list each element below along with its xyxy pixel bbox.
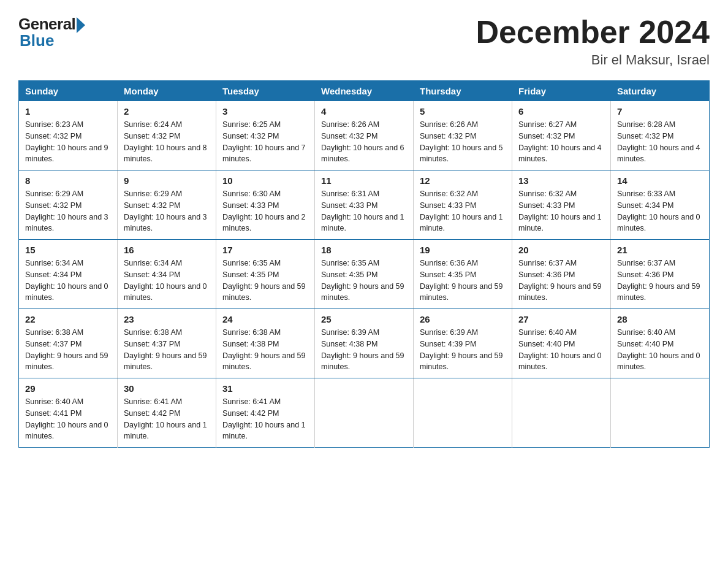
header-monday: Monday xyxy=(118,81,216,102)
daylight-label: Daylight: 9 hours and 59 minutes. xyxy=(518,282,602,302)
day-info: Sunrise: 6:35 AM Sunset: 4:35 PM Dayligh… xyxy=(222,258,308,304)
calendar-cell: 2 Sunrise: 6:24 AM Sunset: 4:32 PM Dayli… xyxy=(118,101,216,170)
day-info: Sunrise: 6:41 AM Sunset: 4:42 PM Dayligh… xyxy=(124,396,210,442)
calendar-cell: 15 Sunrise: 6:34 AM Sunset: 4:34 PM Dayl… xyxy=(19,240,118,309)
day-number: 13 xyxy=(518,175,604,186)
daylight-label: Daylight: 10 hours and 0 minutes. xyxy=(25,421,108,441)
daylight-label: Daylight: 10 hours and 0 minutes. xyxy=(124,282,207,302)
calendar-cell: 1 Sunrise: 6:23 AM Sunset: 4:32 PM Dayli… xyxy=(19,101,118,170)
day-number: 18 xyxy=(321,245,407,255)
calendar-cell: 29 Sunrise: 6:40 AM Sunset: 4:41 PM Dayl… xyxy=(19,378,118,448)
sunrise-label: Sunrise: 6:27 AM xyxy=(518,120,577,129)
sunrise-label: Sunrise: 6:39 AM xyxy=(420,328,478,337)
day-info: Sunrise: 6:38 AM Sunset: 4:37 PM Dayligh… xyxy=(25,327,111,373)
sunset-label: Sunset: 4:33 PM xyxy=(321,201,377,210)
day-info: Sunrise: 6:26 AM Sunset: 4:32 PM Dayligh… xyxy=(321,119,407,165)
calendar-cell: 12 Sunrise: 6:32 AM Sunset: 4:33 PM Dayl… xyxy=(414,170,512,240)
calendar-week-1: 1 Sunrise: 6:23 AM Sunset: 4:32 PM Dayli… xyxy=(19,101,710,170)
sunset-label: Sunset: 4:40 PM xyxy=(617,340,673,348)
sunset-label: Sunset: 4:36 PM xyxy=(518,270,575,279)
day-number: 1 xyxy=(25,106,111,117)
day-number: 22 xyxy=(25,314,111,324)
day-info: Sunrise: 6:40 AM Sunset: 4:41 PM Dayligh… xyxy=(25,396,111,442)
daylight-label: Daylight: 9 hours and 59 minutes. xyxy=(222,282,306,302)
calendar-cell xyxy=(611,378,710,448)
sunset-label: Sunset: 4:35 PM xyxy=(321,270,377,279)
sunset-label: Sunset: 4:35 PM xyxy=(420,270,476,279)
sunset-label: Sunset: 4:39 PM xyxy=(420,340,476,348)
sunrise-label: Sunrise: 6:38 AM xyxy=(25,328,83,337)
day-info: Sunrise: 6:37 AM Sunset: 4:36 PM Dayligh… xyxy=(617,258,703,304)
calendar-cell: 25 Sunrise: 6:39 AM Sunset: 4:38 PM Dayl… xyxy=(315,309,414,378)
daylight-label: Daylight: 10 hours and 9 minutes. xyxy=(25,144,108,164)
calendar-cell: 5 Sunrise: 6:26 AM Sunset: 4:32 PM Dayli… xyxy=(414,101,512,170)
calendar-cell: 24 Sunrise: 6:38 AM Sunset: 4:38 PM Dayl… xyxy=(216,309,315,378)
sunrise-label: Sunrise: 6:36 AM xyxy=(420,259,478,267)
sunset-label: Sunset: 4:32 PM xyxy=(25,132,82,140)
sunset-label: Sunset: 4:41 PM xyxy=(25,409,82,418)
day-info: Sunrise: 6:32 AM Sunset: 4:33 PM Dayligh… xyxy=(420,188,506,234)
sunrise-label: Sunrise: 6:35 AM xyxy=(222,259,281,267)
calendar-cell: 17 Sunrise: 6:35 AM Sunset: 4:35 PM Dayl… xyxy=(216,240,315,309)
sunrise-label: Sunrise: 6:41 AM xyxy=(124,397,182,406)
month-title: December 2024 xyxy=(476,15,710,50)
calendar-cell xyxy=(414,378,512,448)
header-friday: Friday xyxy=(512,81,611,102)
sunrise-label: Sunrise: 6:37 AM xyxy=(617,259,675,267)
daylight-label: Daylight: 9 hours and 59 minutes. xyxy=(420,351,503,372)
calendar-week-5: 29 Sunrise: 6:40 AM Sunset: 4:41 PM Dayl… xyxy=(19,378,710,448)
day-number: 20 xyxy=(518,245,604,255)
sunrise-label: Sunrise: 6:30 AM xyxy=(222,190,281,198)
day-info: Sunrise: 6:38 AM Sunset: 4:38 PM Dayligh… xyxy=(222,327,308,373)
sunrise-label: Sunrise: 6:41 AM xyxy=(222,397,281,406)
calendar-cell: 3 Sunrise: 6:25 AM Sunset: 4:32 PM Dayli… xyxy=(216,101,315,170)
day-info: Sunrise: 6:34 AM Sunset: 4:34 PM Dayligh… xyxy=(124,258,210,304)
calendar-week-4: 22 Sunrise: 6:38 AM Sunset: 4:37 PM Dayl… xyxy=(19,309,710,378)
page-header: General Blue December 2024 Bir el Maksur… xyxy=(18,15,710,68)
day-info: Sunrise: 6:39 AM Sunset: 4:38 PM Dayligh… xyxy=(321,327,407,373)
day-info: Sunrise: 6:35 AM Sunset: 4:35 PM Dayligh… xyxy=(321,258,407,304)
daylight-label: Daylight: 9 hours and 59 minutes. xyxy=(321,282,404,302)
calendar-week-3: 15 Sunrise: 6:34 AM Sunset: 4:34 PM Dayl… xyxy=(19,240,710,309)
sunrise-label: Sunrise: 6:34 AM xyxy=(25,259,83,267)
calendar-cell: 11 Sunrise: 6:31 AM Sunset: 4:33 PM Dayl… xyxy=(315,170,414,240)
sunrise-label: Sunrise: 6:23 AM xyxy=(25,120,83,129)
sunrise-label: Sunrise: 6:28 AM xyxy=(617,120,675,129)
day-number: 8 xyxy=(25,175,111,186)
sunset-label: Sunset: 4:38 PM xyxy=(321,340,377,348)
daylight-label: Daylight: 10 hours and 0 minutes. xyxy=(617,351,700,372)
daylight-label: Daylight: 10 hours and 1 minute. xyxy=(420,213,503,233)
day-number: 5 xyxy=(420,106,506,117)
calendar-cell xyxy=(315,378,414,448)
day-number: 4 xyxy=(321,106,407,117)
calendar-cell: 6 Sunrise: 6:27 AM Sunset: 4:32 PM Dayli… xyxy=(512,101,611,170)
day-info: Sunrise: 6:24 AM Sunset: 4:32 PM Dayligh… xyxy=(124,119,210,165)
day-number: 7 xyxy=(617,106,703,117)
day-number: 9 xyxy=(124,175,210,186)
sunset-label: Sunset: 4:40 PM xyxy=(518,340,575,348)
header-thursday: Thursday xyxy=(414,81,512,102)
calendar-cell: 23 Sunrise: 6:38 AM Sunset: 4:37 PM Dayl… xyxy=(118,309,216,378)
header-wednesday: Wednesday xyxy=(315,81,414,102)
day-number: 23 xyxy=(124,314,210,324)
day-info: Sunrise: 6:25 AM Sunset: 4:32 PM Dayligh… xyxy=(222,119,308,165)
day-number: 11 xyxy=(321,175,407,186)
day-number: 19 xyxy=(420,245,506,255)
sunset-label: Sunset: 4:33 PM xyxy=(222,201,279,210)
calendar-cell: 9 Sunrise: 6:29 AM Sunset: 4:32 PM Dayli… xyxy=(118,170,216,240)
sunset-label: Sunset: 4:32 PM xyxy=(25,201,82,210)
day-number: 17 xyxy=(222,245,308,255)
day-info: Sunrise: 6:30 AM Sunset: 4:33 PM Dayligh… xyxy=(222,188,308,234)
calendar-cell: 4 Sunrise: 6:26 AM Sunset: 4:32 PM Dayli… xyxy=(315,101,414,170)
sunset-label: Sunset: 4:38 PM xyxy=(222,340,279,348)
sunrise-label: Sunrise: 6:34 AM xyxy=(124,259,182,267)
sunrise-label: Sunrise: 6:40 AM xyxy=(518,328,577,337)
day-info: Sunrise: 6:32 AM Sunset: 4:33 PM Dayligh… xyxy=(518,188,604,234)
day-number: 3 xyxy=(222,106,308,117)
daylight-label: Daylight: 10 hours and 7 minutes. xyxy=(222,144,306,164)
sunrise-label: Sunrise: 6:38 AM xyxy=(124,328,182,337)
daylight-label: Daylight: 10 hours and 0 minutes. xyxy=(518,351,602,372)
calendar-header-row: SundayMondayTuesdayWednesdayThursdayFrid… xyxy=(19,81,710,102)
sunrise-label: Sunrise: 6:32 AM xyxy=(420,190,478,198)
sunset-label: Sunset: 4:32 PM xyxy=(321,132,377,140)
